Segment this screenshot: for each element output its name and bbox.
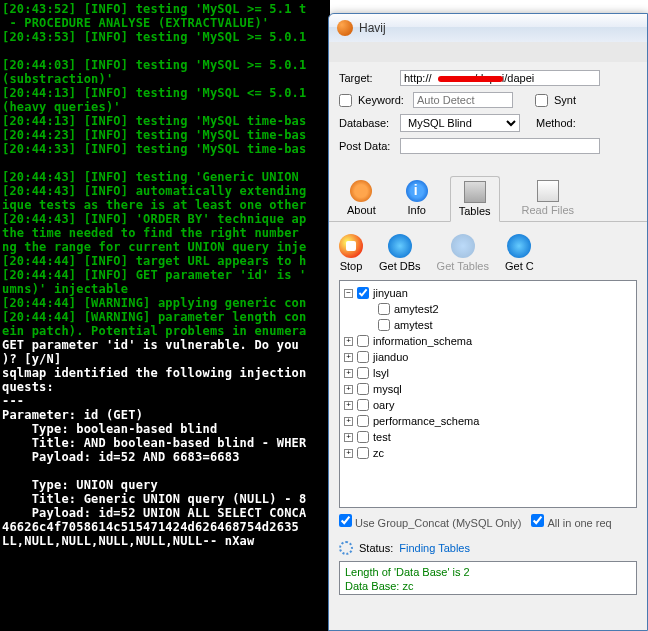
dbs-icon (388, 234, 412, 258)
files-icon (537, 180, 559, 202)
tree-node[interactable]: +jianduo (344, 349, 632, 365)
tree-toggle-icon[interactable]: + (344, 353, 353, 362)
groupconcat-option[interactable]: Use Group_Concat (MySQL Only) (339, 514, 521, 529)
tree-toggle-icon[interactable]: + (344, 369, 353, 378)
status-value: Finding Tables (399, 542, 470, 554)
tree-checkbox[interactable] (357, 431, 369, 443)
tree-checkbox[interactable] (378, 319, 390, 331)
tree-toggle-icon[interactable]: − (344, 289, 353, 298)
tree-checkbox[interactable] (357, 367, 369, 379)
gettables-button[interactable]: Get Tables (437, 234, 489, 272)
nav-tabs: About Info Tables Read Files (329, 168, 647, 222)
tree-toggle-icon[interactable]: + (344, 337, 353, 346)
output-line: Length of 'Data Base' is 2 (345, 565, 631, 579)
stop-button[interactable]: Stop (339, 234, 363, 272)
tree-node[interactable]: −jinyuan (344, 285, 632, 301)
keyword-label: Keyword: (358, 94, 407, 106)
tree-label: jinyuan (373, 287, 408, 299)
tree-label: information_schema (373, 335, 472, 347)
getdbs-button[interactable]: Get DBs (379, 234, 421, 272)
tree-node[interactable]: +test (344, 429, 632, 445)
allinone-option[interactable]: All in one req (531, 514, 611, 529)
tree-label: amytest2 (394, 303, 439, 315)
postdata-label: Post Data: (339, 140, 394, 152)
tree-toggle-icon[interactable]: + (344, 433, 353, 442)
keyword-checkbox[interactable] (339, 94, 352, 107)
tree-checkbox[interactable] (357, 351, 369, 363)
tree-node[interactable]: +oary (344, 397, 632, 413)
tree-label: mysql (373, 383, 402, 395)
tree-checkbox[interactable] (357, 287, 369, 299)
target-label: Target: (339, 72, 394, 84)
tree-checkbox[interactable] (357, 335, 369, 347)
tree-node[interactable]: +zc (344, 445, 632, 461)
tab-about[interactable]: About (339, 176, 384, 221)
output-line: Data Base: zc (345, 579, 631, 593)
tree-node[interactable]: +performance_schema (344, 413, 632, 429)
tree-node[interactable]: amytest (344, 317, 632, 333)
tree-toggle-icon[interactable]: + (344, 417, 353, 426)
about-icon (350, 180, 372, 202)
syntax-label: Synt (554, 94, 576, 106)
sqlmap-terminal: [20:43:52] [INFO] testing 'MySQL >= 5.1 … (0, 0, 330, 631)
titlebar[interactable]: Havij (329, 14, 647, 42)
postdata-input[interactable] (400, 138, 600, 154)
tree-label: test (373, 431, 391, 443)
tree-node[interactable]: +mysql (344, 381, 632, 397)
tree-node[interactable]: +lsyl (344, 365, 632, 381)
tree-toggle-icon[interactable]: + (344, 385, 353, 394)
info-icon (406, 180, 428, 202)
action-bar: Stop Get DBs Get Tables Get C (329, 222, 647, 280)
tree-label: lsyl (373, 367, 389, 379)
tree-label: performance_schema (373, 415, 479, 427)
tree-checkbox[interactable] (357, 447, 369, 459)
getcolumns-button[interactable]: Get C (505, 234, 534, 272)
tree-node[interactable]: amytest2 (344, 301, 632, 317)
groupconcat-checkbox[interactable] (339, 514, 352, 527)
window-title: Havij (359, 21, 386, 35)
database-label: Database: (339, 117, 394, 129)
tree-toggle-icon[interactable]: + (344, 401, 353, 410)
tree-node[interactable]: +information_schema (344, 333, 632, 349)
status-label: Status: (359, 542, 393, 554)
keyword-input[interactable] (413, 92, 513, 108)
tables-icon (464, 181, 486, 203)
tree-checkbox[interactable] (378, 303, 390, 315)
tree-label: zc (373, 447, 384, 459)
tree-checkbox[interactable] (357, 383, 369, 395)
status-bar: Status: Finding Tables (329, 535, 647, 561)
database-tree[interactable]: −jinyuanamytest2amytest+information_sche… (339, 280, 637, 508)
stop-icon (339, 234, 363, 258)
spinner-icon (339, 541, 353, 555)
syntax-checkbox[interactable] (535, 94, 548, 107)
tab-tables[interactable]: Tables (450, 176, 500, 222)
method-label: Method: (536, 117, 576, 129)
config-form: Target: Keyword: Synt Database: MySQL Bl… (329, 62, 647, 168)
getcolumns-icon (507, 234, 531, 258)
tree-label: jianduo (373, 351, 408, 363)
tree-toggle-icon[interactable]: + (344, 449, 353, 458)
allinone-checkbox[interactable] (531, 514, 544, 527)
output-log: Length of 'Data Base' is 2 Data Base: zc (339, 561, 637, 595)
gettables-icon (451, 234, 475, 258)
tab-readfiles[interactable]: Read Files (514, 176, 583, 221)
tree-checkbox[interactable] (357, 415, 369, 427)
tree-label: amytest (394, 319, 433, 331)
database-select[interactable]: MySQL Blind (400, 114, 520, 132)
redacted-url (438, 76, 503, 82)
havij-window: Havij Target: Keyword: Synt Database: My… (328, 13, 648, 631)
tree-checkbox[interactable] (357, 399, 369, 411)
havij-icon (337, 20, 353, 36)
tree-label: oary (373, 399, 394, 411)
tab-info[interactable]: Info (398, 176, 436, 221)
